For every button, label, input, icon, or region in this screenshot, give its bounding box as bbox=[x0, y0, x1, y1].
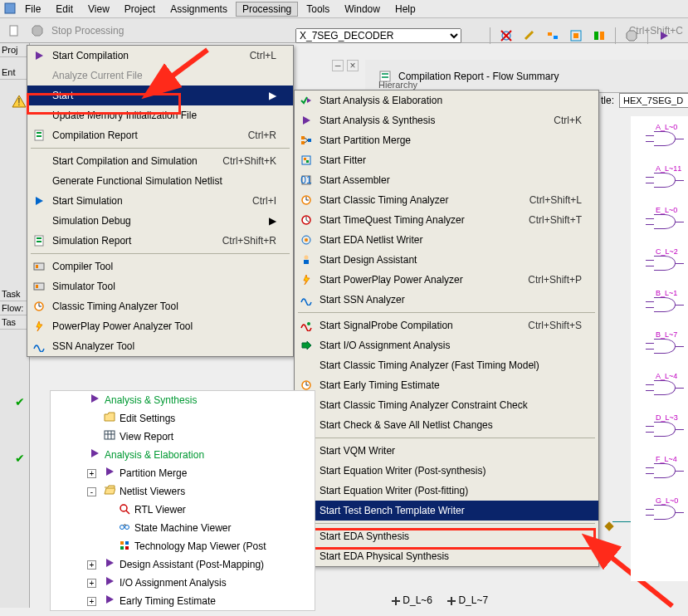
menu-item[interactable]: Start Classic Timing Analyzer Constraint… bbox=[295, 395, 598, 415]
tool-icon-4[interactable] bbox=[567, 27, 585, 45]
menu-item[interactable]: PowerPlay Power Analyzer Tool bbox=[27, 316, 293, 336]
toolbar-right bbox=[483, 23, 678, 48]
menu-item[interactable]: Start Equation Writer (Post-synthesis) bbox=[295, 461, 598, 481]
menu-item[interactable]: Start VQM Writer bbox=[295, 441, 598, 461]
panel-close[interactable]: × bbox=[347, 60, 359, 71]
menu-assignments[interactable]: Assignments bbox=[163, 2, 234, 17]
menu-item-label: Start Equation Writer (Post-fitting) bbox=[320, 485, 582, 496]
menu-item[interactable]: SSN Analyzer Tool bbox=[27, 336, 293, 356]
menu-item[interactable]: Simulator Tool bbox=[27, 276, 293, 296]
menu-item[interactable]: Generate Functional Simulation Netlist bbox=[27, 171, 293, 191]
tab-task[interactable]: Task bbox=[0, 287, 29, 301]
menu-view[interactable]: View bbox=[81, 2, 116, 17]
menu-item[interactable]: Compiler Tool bbox=[27, 257, 293, 276]
menu-item-label: Start EDA Synthesis bbox=[320, 530, 582, 542]
menu-item-label: Start Assembler bbox=[320, 174, 582, 186]
menu-item[interactable]: Start Compilation and SimulationCtrl+Shi… bbox=[27, 151, 293, 171]
menu-item[interactable]: Analyze Current File bbox=[27, 66, 293, 86]
menu-item[interactable]: Start▶ bbox=[27, 86, 293, 105]
tab-entity[interactable]: Ent bbox=[0, 66, 29, 80]
menu-item[interactable]: Start Test Bench Template Writer bbox=[295, 501, 598, 521]
tree-item[interactable]: -Netlist Viewers bbox=[51, 482, 315, 501]
tree-expander[interactable]: + bbox=[87, 469, 96, 478]
tab-tasks[interactable]: Tas bbox=[0, 315, 29, 330]
tab-flow[interactable]: Flow: bbox=[0, 301, 29, 315]
tree-item[interactable]: Analysis & Elaboration bbox=[51, 446, 315, 464]
stop-processing-button[interactable] bbox=[28, 22, 46, 40]
tool-icon-3[interactable] bbox=[544, 27, 562, 45]
tree-item[interactable]: Technology Map Viewer (Post bbox=[51, 537, 315, 555]
menu-item[interactable]: Start Equation Writer (Post-fitting) bbox=[295, 481, 598, 501]
entity-title-field: tle: bbox=[601, 93, 688, 108]
menu-item[interactable]: Start Check & Save All Netlist Changes bbox=[295, 415, 598, 435]
menu-item[interactable]: Start Partition Merge bbox=[295, 130, 598, 150]
menu-help[interactable]: Help bbox=[388, 2, 422, 17]
new-button[interactable] bbox=[5, 22, 23, 40]
tool-icon-5[interactable] bbox=[590, 27, 608, 45]
menu-item[interactable]: Start Classic Timing AnalyzerCtrl+Shift+… bbox=[295, 190, 598, 210]
tool-icon-2[interactable] bbox=[520, 27, 539, 45]
tree-item[interactable]: +Early Timing Estimate bbox=[51, 592, 315, 610]
tree-item[interactable]: Analysis & Synthesis bbox=[51, 391, 315, 409]
svg-rect-26 bbox=[36, 285, 38, 288]
tab-project[interactable]: Proj bbox=[0, 43, 29, 57]
menu-item[interactable]: Start SimulationCtrl+I bbox=[27, 191, 293, 211]
menu-item[interactable]: Start Analysis & SynthesisCtrl+K bbox=[295, 110, 598, 130]
menu-item[interactable]: Update Memory Initialization File bbox=[27, 105, 293, 125]
menu-item[interactable]: Start Classic Timing Analyzer (Fast Timi… bbox=[295, 355, 598, 375]
tree-item[interactable]: State Machine Viewer bbox=[51, 519, 315, 537]
tree-item[interactable]: View Report bbox=[51, 428, 315, 446]
menu-item[interactable]: Start EDA Netlist Writer bbox=[295, 230, 598, 250]
menu-item[interactable]: Start Early Timing Estimate bbox=[295, 375, 598, 395]
tool-icon bbox=[31, 261, 47, 272]
tool-icon-1[interactable] bbox=[497, 27, 515, 45]
menu-item[interactable]: 01Start Assembler bbox=[295, 170, 598, 190]
menu-item[interactable]: Start SignalProbe CompilationCtrl+Shift+… bbox=[295, 315, 598, 335]
tree-item[interactable]: Edit Settings bbox=[51, 409, 315, 428]
schematic-view[interactable]: A_L~0A_L~11E_L~0C_L~2B_L~1B_L~7A_L~4D_L~… bbox=[631, 116, 688, 581]
tree-item[interactable]: +Partition Merge bbox=[51, 464, 315, 482]
menu-item[interactable]: Simulation Debug▶ bbox=[27, 211, 293, 231]
tree-item[interactable]: +Design Assistant (Post-Mapping) bbox=[51, 555, 315, 574]
menu-item[interactable]: Start Analysis & Elaboration bbox=[295, 90, 598, 110]
gate-label: G_L~0 bbox=[656, 496, 678, 505]
lens-icon bbox=[118, 503, 131, 516]
menu-item[interactable]: Start PowerPlay Power AnalyzerCtrl+Shift… bbox=[295, 270, 598, 290]
menu-file[interactable]: File bbox=[18, 2, 47, 17]
menu-item[interactable]: Start TimeQuest Timing AnalyzerCtrl+Shif… bbox=[295, 210, 598, 230]
tree-expander[interactable]: + bbox=[87, 579, 96, 588]
play-icon bbox=[103, 576, 116, 589]
and-gate-icon bbox=[654, 256, 676, 271]
menu-item[interactable]: Start CompilationCtrl+L bbox=[27, 46, 293, 66]
tree-item-label: RTL Viewer bbox=[134, 504, 186, 516]
menu-processing[interactable]: Processing bbox=[236, 2, 298, 17]
tree-expander[interactable]: - bbox=[87, 487, 96, 496]
menu-item[interactable]: Start Fitter bbox=[295, 150, 598, 170]
menu-item[interactable]: Start Design Assistant bbox=[295, 250, 598, 270]
menu-edit[interactable]: Edit bbox=[49, 2, 80, 17]
tree-item[interactable]: RTL Viewer bbox=[51, 501, 315, 519]
menu-item[interactable]: Start I/O Assignment Analysis bbox=[295, 335, 598, 355]
menu-item[interactable]: Start EDA Physical Synthesis bbox=[295, 546, 598, 566]
tree-expander[interactable]: + bbox=[87, 560, 96, 570]
entity-input[interactable] bbox=[619, 93, 688, 108]
menu-project[interactable]: Project bbox=[118, 2, 162, 17]
tree-item[interactable]: +I/O Assignment Analysis bbox=[51, 574, 315, 592]
menu-item[interactable]: Classic Timing Analyzer Tool bbox=[27, 296, 293, 316]
stop-icon[interactable] bbox=[622, 27, 641, 45]
panel-minimize[interactable]: – bbox=[332, 60, 344, 71]
tree-expander[interactable]: + bbox=[87, 597, 96, 606]
processing-menu: Start CompilationCtrl+LAnalyze Current F… bbox=[27, 45, 294, 357]
menu-item[interactable]: Simulation ReportCtrl+Shift+R bbox=[27, 231, 293, 251]
menu-tools[interactable]: Tools bbox=[300, 2, 336, 17]
svg-rect-77 bbox=[125, 546, 129, 550]
project-select[interactable]: X_7SEG_DECODER bbox=[295, 28, 461, 43]
menu-item-shortcut: Ctrl+R bbox=[232, 130, 276, 141]
run-icon[interactable] bbox=[655, 27, 673, 45]
menu-item[interactable]: Start EDA Synthesis bbox=[295, 526, 598, 546]
menu-window[interactable]: Window bbox=[338, 2, 387, 17]
menu-item[interactable]: Compilation ReportCtrl+R bbox=[27, 125, 293, 145]
svg-marker-15 bbox=[36, 51, 43, 60]
svg-rect-23 bbox=[34, 263, 44, 270]
menu-item[interactable]: Start SSN Analyzer bbox=[295, 290, 598, 310]
